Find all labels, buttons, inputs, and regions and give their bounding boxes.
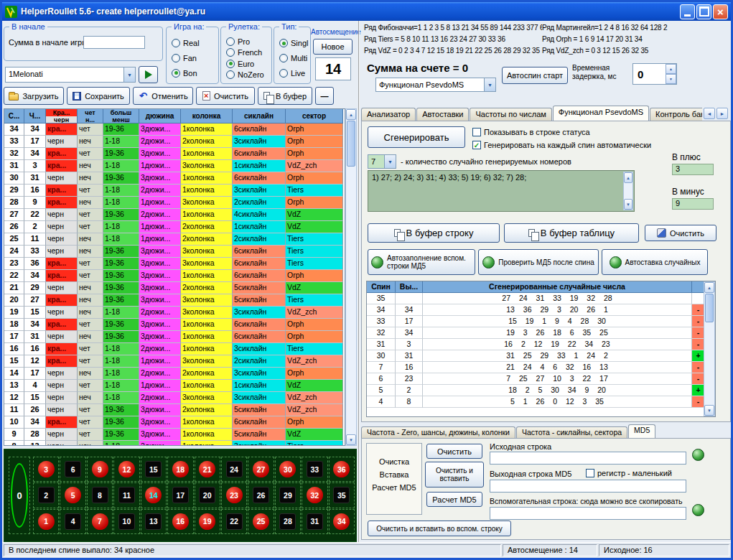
board-cell[interactable]: 11 [113,482,139,508]
board-cell[interactable]: 8 [87,482,113,508]
board-cell[interactable]: 22 [221,509,247,534]
board-cell[interactable]: 18 [167,457,193,482]
toolbar-save-button[interactable]: Сохранить [67,87,130,105]
copy-line-button[interactable]: В буфер строку [368,223,500,243]
tab-частота-zero-шансы-дюжины-колонки[interactable]: Частота - Zero, шансы, дюжины, колонки [361,426,515,438]
board-cell[interactable]: 30 [275,457,301,482]
scroll-up-button[interactable] [624,172,632,183]
tab-частота-сиклайны-сектора[interactable]: Частота - сиклайны, сектора [516,426,627,438]
board-cell[interactable]: 29 [275,482,301,508]
numbers-scrollbar[interactable] [623,172,633,210]
board-cell[interactable]: 3 [33,457,59,482]
board-cell[interactable]: 35 [329,482,355,508]
board-cell[interactable]: 4 [60,509,85,534]
checkbox-auto-generate[interactable]: ✓ Генерировать на каждый спин автоматиче… [472,141,651,149]
board-cell[interactable]: 20 [195,482,220,508]
tab-функционал-psevdoms[interactable]: Функционал PsevdoMS [553,106,649,121]
play-button[interactable] [139,66,158,83]
radio-nozero[interactable]: NoZero [226,70,270,79]
aux-string-input[interactable] [490,507,686,520]
tab-md5[interactable]: MD5 [628,424,655,438]
radio-fan[interactable]: Fan [172,54,217,62]
check-md5-button[interactable]: Проверить МД5 после спина [478,249,599,275]
paste-sphere-icon[interactable] [692,449,704,461]
board-cell[interactable]: 36 [329,457,355,482]
board-cell[interactable]: 33 [302,457,327,482]
board-cell[interactable]: 28 [275,509,301,534]
toolbar-clear-button[interactable]: Очистить [196,87,255,105]
board-cell[interactable]: 16 [167,509,193,534]
maximize-button[interactable] [696,4,711,19]
board-cell[interactable]: 13 [141,509,167,534]
md5-clear-button[interactable]: Очистить [426,444,482,459]
preset-select[interactable]: 1Melonati [5,67,136,83]
board-cell[interactable]: 23 [221,482,247,508]
toolbar-copy-button[interactable]: В буфер [258,87,312,105]
radio-french[interactable]: French [226,48,270,57]
board-cell[interactable]: 25 [248,509,274,534]
board-cell[interactable]: 32 [302,482,327,508]
paste-sphere-icon[interactable] [692,504,704,516]
scroll-down-button[interactable] [704,405,714,416]
history-scrollbar[interactable] [345,108,357,446]
toolbar-undo-button[interactable]: Отменить [133,87,193,105]
board-cell[interactable]: 12 [113,457,139,482]
board-cell[interactable]: 24 [221,457,247,482]
board-cell[interactable]: 10 [113,509,139,534]
board-cell[interactable]: 5 [60,482,85,508]
close-button[interactable] [713,4,728,19]
toolbar-minus-button[interactable]: — [315,87,334,105]
generate-button[interactable]: Сгенерировать [368,126,465,148]
autobet-random-button[interactable]: Автоставка случайных [602,249,708,275]
board-cell[interactable]: 34 [329,509,355,534]
clear-paste-aux-button[interactable]: Очистить и вставить во вспом. строку [368,521,511,536]
scroll-down-button[interactable] [624,199,632,210]
spin-up-button[interactable] [666,64,676,74]
board-cell[interactable]: 1 [33,509,59,534]
new-button[interactable]: Новое [313,39,353,55]
board-cell[interactable]: 19 [195,509,220,534]
count-select[interactable]: 7 [368,154,396,169]
tab-автоставки[interactable]: Автоставки [416,108,469,121]
function-select[interactable]: Функционал PsevdoMS [375,78,496,92]
scroll-down-button[interactable] [346,434,356,445]
radio-multi[interactable]: Multi [279,54,309,62]
board-cell[interactable]: 26 [248,482,274,508]
spins-scrollbar[interactable] [704,281,715,416]
board-cell[interactable]: 7 [87,509,113,534]
radio-singl[interactable]: Singl [279,39,309,47]
board-zero-cell[interactable]: 0 [9,457,30,534]
start-sum-input[interactable] [83,36,145,49]
board-cell[interactable]: 2 [33,482,59,508]
scroll-up-button[interactable] [704,282,714,293]
board-cell[interactable]: 6 [60,457,85,482]
scrollbar-thumb[interactable] [347,121,355,167]
board-cell[interactable]: 9 [87,457,113,482]
board-cell[interactable]: 17 [167,482,193,508]
autofill-md5-button[interactable]: Автозаполнение вспом. строки МД5 [368,249,475,275]
tab-scroll-right-button[interactable] [716,108,728,119]
generated-numbers-area[interactable]: 1) 27; 2) 24; 3) 31; 4) 33; 5) 19; 6) 32… [368,170,635,212]
checkbox-lowercase[interactable]: регистр - маленький [586,469,672,477]
chevron-down-icon[interactable] [384,155,396,168]
md5-clear-paste-button[interactable]: Очистить и вставить [425,462,484,487]
chevron-down-icon[interactable] [484,78,495,91]
board-cell[interactable]: 31 [302,509,327,534]
tab-контроль-банкро[interactable]: Контроль банкро [650,108,702,121]
output-string-input[interactable] [490,480,686,493]
title-bar[interactable]: HelperRoullet 5.6- create helperroullet@… [2,2,731,21]
source-string-input[interactable] [490,452,686,465]
autospin-start-button[interactable]: Автоспин старт [502,67,568,84]
board-cell[interactable]: 21 [195,457,220,482]
radio-real[interactable]: Real [172,39,217,47]
tab-scroll-left-button[interactable] [704,108,715,119]
md5-calc-button[interactable]: Расчет MD5 [426,492,482,507]
board-cell[interactable]: 27 [248,457,274,482]
radio-bon[interactable]: Bon [172,69,217,78]
scrollbar-thumb[interactable] [705,294,714,322]
delay-spinner[interactable]: 0 [632,63,677,85]
scroll-up-button[interactable] [346,109,356,120]
board-cell[interactable]: 15 [141,457,167,482]
radio-live[interactable]: Live [279,69,309,78]
toolbar-open-button[interactable]: Загрузить [4,87,64,105]
